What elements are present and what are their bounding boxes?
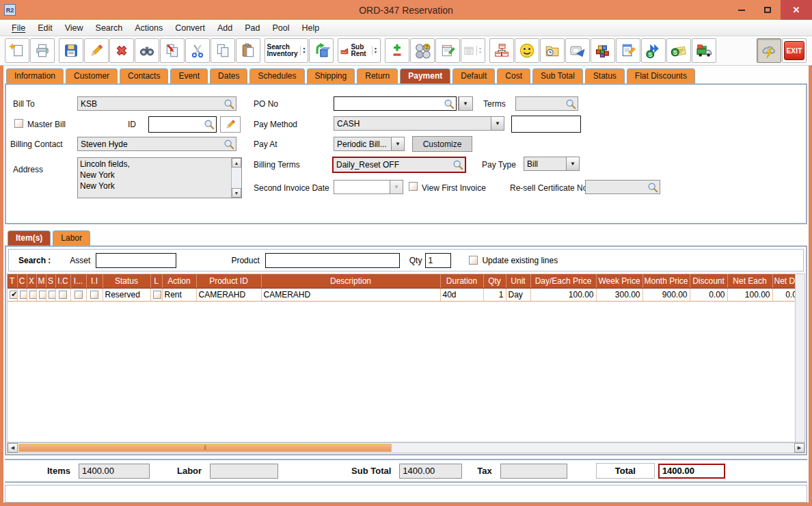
po-no-dropdown[interactable]: ▼ — [458, 96, 473, 111]
tab-return[interactable]: Return — [357, 68, 398, 83]
find-button[interactable] — [135, 38, 159, 63]
inventory-blocks-button[interactable] — [591, 38, 615, 63]
col-month-price[interactable]: Month Price — [642, 274, 690, 288]
address-field[interactable]: Lincoln fields, New York New York ▲ ▼ — [77, 157, 242, 198]
convert-button[interactable] — [309, 38, 334, 63]
resell-certificate-lookup-icon[interactable] — [647, 182, 658, 193]
update-existing-lines-checkbox[interactable] — [469, 256, 478, 265]
minimize-button[interactable] — [729, 0, 755, 20]
tab-cost[interactable]: Cost — [497, 68, 530, 83]
col-unit[interactable]: Unit — [506, 274, 530, 288]
billing-contact-input[interactable] — [78, 139, 224, 149]
new-order-button[interactable] — [5, 38, 29, 63]
tab-information[interactable]: Information — [6, 68, 64, 83]
id-field[interactable] — [148, 116, 217, 133]
copy-button[interactable] — [211, 38, 235, 63]
row-l-checkbox[interactable] — [153, 291, 161, 299]
col-m[interactable]: M — [36, 274, 46, 288]
col-description[interactable]: Description — [261, 274, 440, 288]
po-no-dropdown-arrow-icon[interactable]: ▼ — [459, 97, 472, 110]
close-button[interactable]: ✕ — [781, 0, 812, 20]
pool-button[interactable]: ? — [410, 38, 435, 63]
schedule-dropdown-icon[interactable]: ▼▼ — [476, 46, 483, 55]
id-input[interactable] — [149, 120, 204, 129]
menu-file[interactable]: File — [5, 21, 31, 35]
print-button[interactable] — [30, 38, 55, 63]
menu-search[interactable]: Search — [90, 21, 129, 35]
col-c[interactable]: C — [17, 274, 27, 288]
schedule-calendar-button[interactable]: 12 ▼▼ — [461, 38, 485, 63]
pay-method-dropdown-arrow-icon[interactable]: ▼ — [491, 117, 504, 130]
col-net-disc[interactable]: Net Disc... — [772, 274, 795, 288]
tab-payment[interactable]: Payment — [400, 68, 450, 83]
billing-terms-lookup-icon[interactable] — [452, 159, 463, 170]
search-inventory-button[interactable]: Search Inventory ▼▼ — [265, 38, 308, 63]
resell-certificate-input[interactable] — [586, 183, 647, 192]
maximize-button[interactable] — [755, 0, 781, 20]
customize-button[interactable]: Customize — [412, 136, 472, 152]
billing-terms-field[interactable] — [332, 157, 466, 173]
menu-edit[interactable]: Edit — [31, 21, 59, 35]
col-qty[interactable]: Qty — [483, 274, 506, 288]
menu-add[interactable]: Add — [211, 21, 239, 35]
col-l[interactable]: L — [150, 274, 162, 288]
po-no-field[interactable] — [334, 96, 457, 111]
product-search-input[interactable] — [265, 253, 400, 268]
hscroll-left-arrow-icon[interactable]: ◀ — [8, 443, 18, 453]
pay-at-combo[interactable]: Periodic Bill... ▼ — [334, 137, 405, 151]
menu-help[interactable]: Help — [296, 21, 326, 35]
quick-action-button[interactable] — [757, 38, 781, 63]
second-invoice-date-combo[interactable]: ▼ — [334, 180, 403, 194]
row-ii-checkbox[interactable] — [90, 291, 98, 299]
quick-key-button[interactable] — [565, 38, 590, 63]
address-scroll-up-icon[interactable]: ▲ — [232, 158, 241, 168]
col-status[interactable]: Status — [103, 274, 150, 288]
view-first-invoice-checkbox[interactable] — [409, 182, 418, 191]
col-ii[interactable]: I.I — [86, 274, 103, 288]
col-x[interactable]: X — [27, 274, 36, 288]
billing-contact-lookup-icon[interactable] — [224, 139, 234, 150]
menu-pad[interactable]: Pad — [239, 21, 266, 35]
po-no-lookup-icon[interactable] — [444, 98, 455, 109]
pay-type-dropdown-arrow-icon[interactable]: ▼ — [566, 157, 579, 170]
cut-button[interactable] — [185, 38, 210, 63]
col-discount[interactable]: Discount — [690, 274, 727, 288]
address-scroll-down-icon[interactable]: ▼ — [232, 188, 241, 198]
po-no-input[interactable] — [334, 99, 444, 109]
id-lookup-icon[interactable] — [204, 119, 215, 130]
hscroll-thumb[interactable] — [18, 444, 392, 452]
delivery-button[interactable] — [692, 38, 716, 63]
resell-certificate-field[interactable] — [585, 180, 660, 194]
feedback-button[interactable] — [515, 38, 539, 63]
asset-search-input[interactable] — [96, 253, 176, 268]
exit-button[interactable]: EXIT — [782, 38, 807, 63]
row-ic-checkbox[interactable] — [59, 291, 67, 299]
tab-default[interactable]: Default — [452, 68, 495, 83]
pay-method-extra-field[interactable] — [511, 116, 581, 133]
notes-button[interactable] — [435, 38, 460, 63]
bill-to-field[interactable] — [77, 96, 236, 111]
col-net-each[interactable]: Net Each — [727, 274, 772, 288]
org-chart-button[interactable] — [489, 38, 514, 63]
qty-input[interactable] — [425, 253, 451, 268]
row-x-checkbox[interactable] — [29, 291, 37, 299]
billing-contact-field[interactable] — [77, 137, 236, 151]
sub-rent-button[interactable]: Sub Rent ▼▼ — [338, 38, 381, 63]
hscroll-right-arrow-icon[interactable]: ▶ — [794, 443, 804, 453]
col-action[interactable]: Action — [162, 274, 196, 288]
pay-at-dropdown-arrow-icon[interactable]: ▼ — [391, 137, 404, 150]
add-remove-line-button[interactable] — [385, 38, 409, 63]
memo-edit-button[interactable] — [616, 38, 640, 63]
tab-event[interactable]: Event — [170, 68, 208, 83]
bill-to-input[interactable] — [78, 99, 224, 109]
sub-rent-dropdown-icon[interactable]: ▼▼ — [372, 46, 379, 55]
menu-pool[interactable]: Pool — [266, 21, 295, 35]
invoice-note-button[interactable]: S — [666, 38, 691, 63]
master-bill-checkbox[interactable] — [14, 119, 23, 128]
paste-button[interactable] — [236, 38, 260, 63]
pay-method-combo[interactable]: CASH ▼ — [334, 116, 504, 131]
pay-type-combo[interactable]: Bill ▼ — [524, 157, 580, 171]
history-folder-button[interactable] — [540, 38, 565, 63]
address-scrollbar[interactable]: ▲ ▼ — [231, 158, 241, 198]
copy-order-button[interactable] — [160, 38, 185, 63]
